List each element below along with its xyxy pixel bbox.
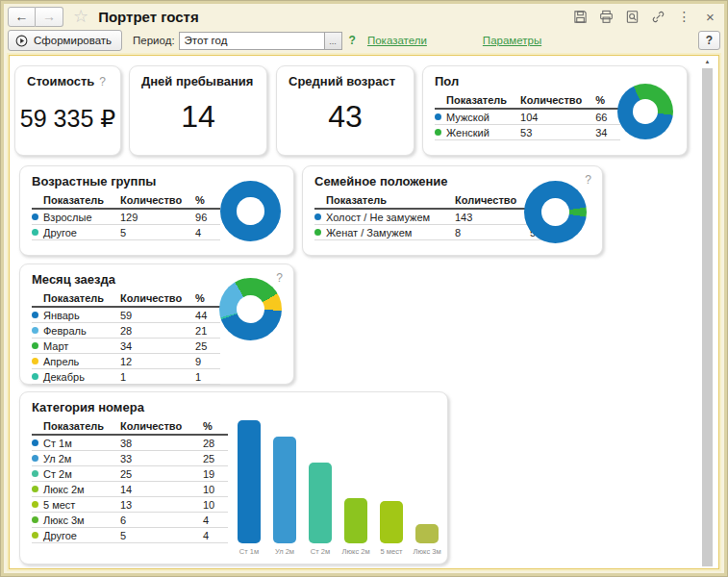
table-header-row: Показатель Количество % <box>32 419 228 435</box>
card-days: Дней пребывания 14 <box>129 65 267 156</box>
bar-column: Ст 1м <box>238 420 261 556</box>
table-header-row: Показатель Количество % <box>32 291 220 307</box>
cost-value: 59 335 ₽ <box>15 105 120 133</box>
legend-dot <box>314 213 321 220</box>
print-icon[interactable] <box>598 9 615 25</box>
titlebar-actions: ⋮ × <box>572 9 718 25</box>
table-header-row: Показатель Количество % <box>32 193 220 209</box>
col-quantity: Количество <box>520 93 595 109</box>
col-quantity: Количество <box>120 291 195 307</box>
legend-dot <box>32 532 38 539</box>
card-cost: Стоимость? 59 335 ₽ <box>14 65 121 156</box>
marital-help-icon[interactable]: ? <box>585 173 591 187</box>
scrollbar-thumb[interactable] <box>702 68 713 566</box>
generate-button[interactable]: Сформировать <box>8 30 122 51</box>
room-category-table: Показатель Количество % Ст 1м3828Ул 2м33… <box>32 419 228 543</box>
back-button[interactable]: ← <box>8 7 36 27</box>
table-row: Женский5334 <box>435 125 620 140</box>
age-groups-table: Показатель Количество % Взрослые12996Дру… <box>32 193 220 240</box>
age-value: 43 <box>277 99 414 135</box>
card-cost-title: Стоимость? <box>15 66 120 88</box>
col-quantity: Количество <box>455 193 530 209</box>
legend-dot <box>32 213 38 220</box>
col-indicator: Показатель <box>32 419 120 435</box>
col-percent: % <box>195 291 220 307</box>
table-row: Холост / Не замужем14395 <box>314 209 555 225</box>
bar-column: 5 мест <box>380 501 403 556</box>
table-row: Другое54 <box>32 528 228 543</box>
legend-dot <box>32 501 38 508</box>
card-age-title: Средний возраст <box>277 66 414 88</box>
bar <box>238 420 261 543</box>
indicators-link[interactable]: Показатели <box>367 35 427 46</box>
col-indicator: Показатель <box>32 193 120 209</box>
cost-help-icon[interactable]: ? <box>99 75 106 88</box>
preview-icon[interactable] <box>624 9 640 25</box>
age-groups-donut-chart <box>220 181 281 241</box>
table-row: Ст 2м2519 <box>32 466 228 482</box>
period-picker-button[interactable]: ... <box>325 32 342 50</box>
legend-dot <box>32 342 38 349</box>
month-donut-chart <box>219 278 282 340</box>
table-row: Другое54 <box>32 225 220 240</box>
forward-button[interactable]: → <box>36 7 63 27</box>
bar <box>344 498 367 543</box>
card-cost-title-text: Стоимость <box>27 74 94 88</box>
save-icon[interactable] <box>572 9 589 25</box>
more-menu-icon[interactable]: ⋮ <box>676 9 692 25</box>
col-quantity: Количество <box>120 419 203 435</box>
bar-label: Люкс 2м <box>341 547 369 556</box>
bar <box>380 501 403 543</box>
table-row: Апрель129 <box>32 354 220 369</box>
col-indicator: Показатель <box>435 93 520 109</box>
bar-column: Ст 2м <box>309 463 332 556</box>
parameters-link[interactable]: Параметры <box>483 35 541 46</box>
col-percent: % <box>203 419 228 435</box>
table-row: Январь5944 <box>32 307 220 323</box>
table-row: Люкс 3м64 <box>32 513 228 528</box>
gender-donut-chart <box>617 84 673 139</box>
legend-dot <box>435 113 441 120</box>
table-header-row: Показатель Количество % <box>435 93 620 109</box>
report-panel: Стоимость? 59 335 ₽ Дней пребывания 14 С… <box>9 55 719 569</box>
bar <box>273 437 296 543</box>
legend-dot <box>314 229 321 236</box>
bar-column: Люкс 3м <box>415 524 439 556</box>
card-rooms-title: Категория номера <box>20 392 447 414</box>
generate-button-label: Сформировать <box>34 35 112 46</box>
page-title: Портрет гостя <box>98 9 199 25</box>
scroll-up-arrow-icon[interactable]: ▲ <box>701 58 714 66</box>
gender-table: Показатель Количество % Мужской10466Женс… <box>435 93 620 140</box>
close-icon[interactable]: × <box>702 9 718 25</box>
bar <box>415 524 439 543</box>
month-table: Показатель Количество % Январь5944Феврал… <box>32 291 220 385</box>
legend-dot <box>32 455 38 462</box>
marital-table: Показатель Количество % Холост / Не заму… <box>314 193 555 240</box>
bar-label: Ст 1м <box>239 547 259 556</box>
nav-buttons: ← → <box>8 7 63 27</box>
favorite-star-icon[interactable]: ☆ <box>73 6 88 27</box>
days-value: 14 <box>130 99 266 135</box>
legend-dot <box>32 470 38 477</box>
card-days-title: Дней пребывания <box>130 66 266 88</box>
table-row: Ул 2м3325 <box>32 451 228 466</box>
help-button[interactable]: ? <box>698 31 720 50</box>
table-row: Мужской10466 <box>435 109 620 125</box>
table-row: Ст 1м3828 <box>32 435 228 451</box>
legend-dot <box>32 439 38 446</box>
period-input[interactable]: Этот год <box>179 32 325 50</box>
table-row: Декабрь11 <box>32 369 220 385</box>
card-age: Средний возраст 43 <box>276 65 414 156</box>
vertical-scrollbar[interactable]: ▲ <box>701 58 714 566</box>
col-percent: % <box>195 193 220 209</box>
link-icon[interactable] <box>650 9 666 25</box>
legend-dot <box>32 373 38 380</box>
bar <box>309 463 332 543</box>
table-header-row: Показатель Количество % <box>314 193 555 209</box>
period-hint-icon[interactable]: ? <box>349 34 356 47</box>
bar-label: Люкс 3м <box>413 547 440 556</box>
col-quantity: Количество <box>120 193 195 209</box>
table-row: Взрослые12996 <box>32 209 220 225</box>
month-help-icon[interactable]: ? <box>276 271 283 285</box>
legend-dot <box>32 358 38 364</box>
